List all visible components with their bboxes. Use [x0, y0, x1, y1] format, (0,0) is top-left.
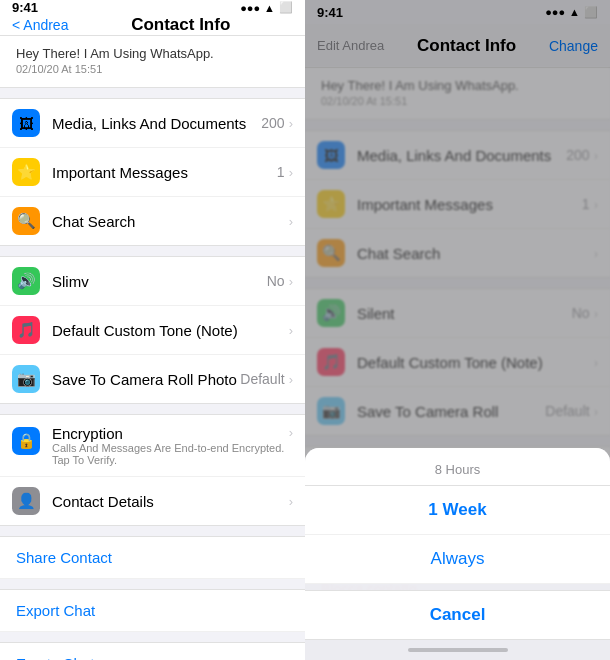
row-contact-details-left[interactable]: 👤 Contact Details › [0, 477, 305, 525]
section-notifications-left: 🔊 Slimv No › 🎵 Default Custom Tone (Note… [0, 256, 305, 404]
nav-title-left: Contact Info [131, 15, 230, 35]
row-search-left[interactable]: 🔍 Chat Search › [0, 197, 305, 245]
encryption-icon: 🔒 [12, 427, 40, 455]
battery-icon: ⬜ [279, 1, 293, 14]
action-sheet: 8 Hours 1 Week Always Cancel [305, 448, 610, 640]
row-media-left[interactable]: 🖼 Media, Links And Documents 200 › [0, 99, 305, 148]
contact-status-left: Hey There! I Am Using WhatsApp. [16, 46, 289, 61]
media-icon: 🖼 [12, 109, 40, 137]
media-value: 200 [261, 115, 284, 131]
contact-time-left: 02/10/20 At 15:51 [16, 63, 289, 75]
search-label: Chat Search [52, 213, 289, 230]
save-value: Default [240, 371, 284, 387]
back-button-left[interactable]: < Andrea [12, 17, 68, 33]
media-chevron: › [289, 116, 293, 131]
action-item-1week[interactable]: 1 Week [305, 486, 610, 535]
save-icon: 📷 [12, 365, 40, 393]
wifi-icon: ▲ [264, 2, 275, 14]
important-icon: ⭐ [12, 158, 40, 186]
tone-label: Default Custom Tone (Note) [52, 322, 289, 339]
action-cancel-button[interactable]: Cancel [305, 590, 610, 640]
time-left: 9:41 [12, 0, 38, 15]
share-contact-row[interactable]: Share Contact [0, 536, 305, 579]
left-panel: 9:41 ●●● ▲ ⬜ < Andrea Contact Info Hey T… [0, 0, 305, 660]
contact-header-left: Hey There! I Am Using WhatsApp. 02/10/20… [0, 36, 305, 88]
encryption-sublabel: Calls And Messages Are End-to-end Encryp… [52, 442, 289, 466]
important-label: Important Messages [52, 164, 277, 181]
action-item-always[interactable]: Always [305, 535, 610, 584]
important-chevron: › [289, 165, 293, 180]
encryption-label: Encryption [52, 425, 289, 442]
mute-icon: 🔊 [12, 267, 40, 295]
important-value: 1 [277, 164, 285, 180]
action-sheet-title: 8 Hours [305, 448, 610, 486]
home-bar-right [408, 648, 508, 652]
row-tone-left[interactable]: 🎵 Default Custom Tone (Note) › [0, 306, 305, 355]
save-chevron: › [289, 372, 293, 387]
section-encryption-left: 🔒 Encryption Calls And Messages Are End-… [0, 414, 305, 526]
mute-label: Slimv [52, 273, 267, 290]
save-label: Save To Camera Roll Photo [52, 371, 240, 388]
encryption-chevron: › [289, 425, 293, 440]
section-media-left: 🖼 Media, Links And Documents 200 › ⭐ Imp… [0, 98, 305, 246]
action-sheet-overlay: 8 Hours 1 Week Always Cancel [305, 0, 610, 660]
tone-chevron: › [289, 323, 293, 338]
mute-chevron: › [289, 274, 293, 289]
signal-icon: ●●● [240, 2, 260, 14]
tone-icon: 🎵 [12, 316, 40, 344]
row-mute-left[interactable]: 🔊 Slimv No › [0, 257, 305, 306]
status-bar-left: 9:41 ●●● ▲ ⬜ [0, 0, 305, 15]
row-save-left[interactable]: 📷 Save To Camera Roll Photo Default › [0, 355, 305, 403]
export-chat-row[interactable]: Export Chat [0, 589, 305, 632]
contact-details-icon: 👤 [12, 487, 40, 515]
search-icon: 🔍 [12, 207, 40, 235]
contact-details-chevron: › [289, 494, 293, 509]
search-chevron: › [289, 214, 293, 229]
mute-value: No [267, 273, 285, 289]
row-important-left[interactable]: ⭐ Important Messages 1 › [0, 148, 305, 197]
right-panel: 9:41 ●●● ▲ ⬜ Edit Andrea Contact Info Ch… [305, 0, 610, 660]
status-icons-left: ●●● ▲ ⬜ [240, 1, 293, 14]
nav-bar-left: < Andrea Contact Info [0, 15, 305, 36]
empty-chat-row[interactable]: Empty Chat [0, 642, 305, 660]
contact-details-label: Contact Details [52, 493, 289, 510]
home-indicator-right [305, 640, 610, 660]
media-label: Media, Links And Documents [52, 115, 261, 132]
row-encryption-left[interactable]: 🔒 Encryption Calls And Messages Are End-… [0, 415, 305, 477]
